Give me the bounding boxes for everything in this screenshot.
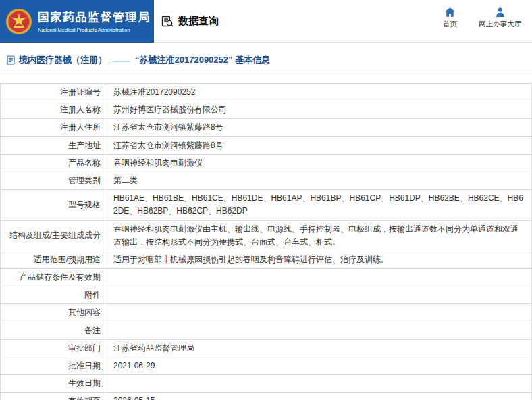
table-row: 生产地址江苏省太仓市浏河镇紫藤路8号 — [1, 136, 532, 154]
row-label: 适用范围/预期用途 — [1, 251, 107, 268]
national-emblem-icon — [5, 8, 32, 35]
table-row: 附件 — [1, 286, 532, 304]
row-value — [107, 304, 532, 322]
row-value: 江苏省药品监督管理局 — [107, 339, 532, 357]
nav-data-query[interactable]: 数据查询 — [161, 0, 219, 43]
nav-data-query-label: 数据查询 — [178, 15, 219, 28]
row-value: 苏州好博医疗器械股份有限公司 — [107, 101, 532, 119]
row-value: HB61AE、HB61BE、HB61CE、HB61DE、HB61AP、HB61B… — [107, 190, 532, 220]
home-icon — [445, 7, 455, 17]
row-label: 生产地址 — [1, 136, 107, 154]
row-label: 注册人住所 — [1, 119, 107, 136]
table-row: 生效日期 — [1, 375, 532, 393]
table-row: 注册证编号苏械注准20172090252 — [1, 84, 532, 101]
row-value: 2021-06-29 — [107, 357, 532, 375]
table-row: 其他内容 — [1, 304, 532, 322]
row-label: 注册人名称 — [1, 101, 107, 119]
page-title: “苏械注准20172090252” 基本信息 — [135, 54, 270, 66]
row-label: 管理类别 — [1, 172, 107, 189]
row-label: 有效期至 — [1, 393, 107, 400]
nav-home[interactable]: 首页 — [443, 7, 457, 29]
row-value: 吞咽神经和肌肉电刺激仪 — [107, 154, 532, 172]
row-value: 2026-05-15 — [107, 393, 532, 400]
row-value — [107, 375, 532, 393]
row-label: 结构及组成/主要组成成分 — [1, 220, 107, 251]
table-row: 注册人名称苏州好博医疗器械股份有限公司 — [1, 101, 532, 119]
row-value: 适用于对咽部非机械原因损伤引起的吞咽及构音障碍进行评估、治疗及训练。 — [107, 251, 532, 268]
info-table: 注册证编号苏械注准20172090252注册人名称苏州好博医疗器械股份有限公司注… — [0, 83, 532, 400]
agency-name-en: National Medical Products Administration — [38, 27, 151, 33]
row-label: 产品储存条件及有效期 — [1, 269, 107, 286]
agency-brand: 国家药品监督管理局 National Medical Products Admi… — [0, 0, 154, 43]
info-table-body: 注册证编号苏械注准20172090252注册人名称苏州好博医疗器械股份有限公司注… — [1, 84, 532, 400]
row-label: 产品名称 — [1, 154, 107, 172]
document-icon — [7, 55, 15, 65]
top-header: 国家药品监督管理局 National Medical Products Admi… — [0, 0, 532, 43]
row-value: 第二类 — [107, 172, 532, 189]
row-label: 型号规格 — [1, 190, 107, 220]
agency-title-block: 国家药品监督管理局 National Medical Products Admi… — [38, 9, 151, 33]
row-label: 附件 — [1, 286, 107, 304]
table-row: 产品名称吞咽神经和肌肉电刺激仪 — [1, 154, 532, 172]
table-row: 注册人住所江苏省太仓市浏河镇紫藤路8号 — [1, 119, 532, 136]
row-value: 江苏省太仓市浏河镇紫藤路8号 — [107, 136, 532, 154]
breadcrumb: 境内医疗器械（注册） —— “苏械注准20172090252” 基本信息 — [0, 43, 532, 74]
row-value — [107, 269, 532, 286]
row-value: 苏械注准20172090252 — [107, 84, 532, 101]
table-row: 有效期至2026-05-15 — [1, 393, 532, 400]
row-label: 注册证编号 — [1, 84, 107, 101]
table-row: 型号规格HB61AE、HB61BE、HB61CE、HB61DE、HB61AP、H… — [1, 190, 532, 220]
row-label: 审批部门 — [1, 339, 107, 357]
page: 国家药品监督管理局 National Medical Products Admi… — [0, 0, 532, 400]
breadcrumb-separator: —— — [112, 55, 130, 66]
row-label: 生效日期 — [1, 375, 107, 393]
agency-name-cn: 国家药品监督管理局 — [38, 9, 151, 25]
row-value — [107, 286, 532, 304]
table-row: 结构及组成/主要组成成分吞咽神经和肌肉电刺激仪由主机、输出线、电源线、手持控制器… — [1, 220, 532, 251]
nav-online-hall-label: 网上办事大厅 — [479, 20, 521, 29]
nav-online-hall[interactable]: 网上办事大厅 — [479, 7, 521, 29]
table-row: 批准日期2021-06-29 — [1, 357, 532, 375]
row-label: 批准日期 — [1, 357, 107, 375]
header-right-nav: 首页 网上办事大厅 — [443, 7, 521, 29]
breadcrumb-section: 境内医疗器械（注册） — [19, 54, 107, 66]
nav-home-label: 首页 — [443, 20, 457, 29]
person-icon — [496, 7, 505, 17]
row-value — [107, 322, 532, 339]
table-row: 备注 — [1, 322, 532, 339]
row-label: 备注 — [1, 322, 107, 339]
row-value: 吞咽神经和肌肉电刺激仪由主机、输出线、电源线、手持控制器、电极组成；按输出通道数… — [107, 220, 532, 251]
row-value: 江苏省太仓市浏河镇紫藤路8号 — [107, 119, 532, 136]
table-row: 产品储存条件及有效期 — [1, 269, 532, 286]
table-row: 审批部门江苏省药品监督管理局 — [1, 339, 532, 357]
table-row: 适用范围/预期用途适用于对咽部非机械原因损伤引起的吞咽及构音障碍进行评估、治疗及… — [1, 251, 532, 268]
row-label: 其他内容 — [1, 304, 107, 322]
data-query-icon — [161, 15, 174, 28]
table-row: 管理类别第二类 — [1, 172, 532, 189]
